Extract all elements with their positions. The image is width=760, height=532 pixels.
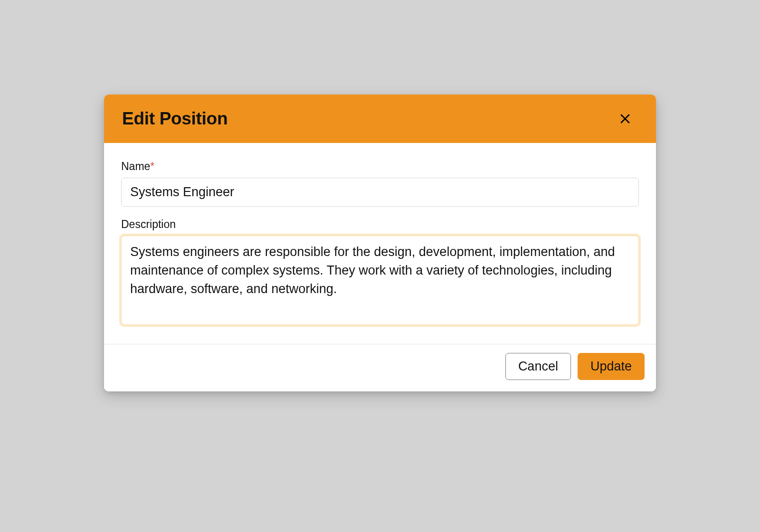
modal-body: Name* Description Systems engineers are … [104,143,656,344]
description-field-group: Description Systems engineers are respon… [121,218,639,327]
close-icon [618,112,632,126]
cancel-button[interactable]: Cancel [505,353,571,380]
name-label: Name* [121,160,639,173]
update-button[interactable]: Update [578,353,645,380]
close-button[interactable] [616,110,634,128]
name-input[interactable] [121,178,639,207]
modal-title: Edit Position [122,109,228,129]
name-field-group: Name* [121,160,639,207]
edit-position-modal: Edit Position Name* Description Systems … [104,95,656,391]
description-label: Description [121,218,639,231]
name-label-text: Name [121,160,150,172]
description-textarea[interactable]: Systems engineers are responsible for th… [121,236,639,325]
modal-header: Edit Position [104,95,656,143]
modal-footer: Cancel Update [104,344,656,391]
required-indicator: * [150,160,154,172]
